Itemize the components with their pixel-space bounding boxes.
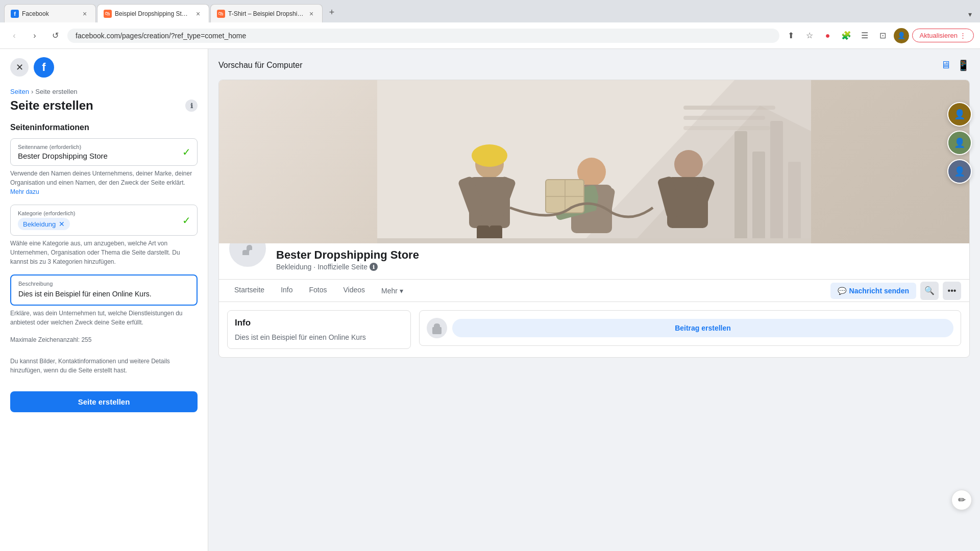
tab-dropdown-button[interactable]: ▾	[964, 8, 976, 20]
extensions-icon[interactable]: 🧩	[839, 28, 854, 43]
category-label: Kategorie (erforderlich)	[18, 210, 190, 216]
post-avatar	[427, 318, 447, 338]
side-avatar-3[interactable]: 👤	[947, 159, 972, 184]
post-area: Beitrag erstellen	[419, 310, 961, 346]
panel-header: ✕ f	[10, 57, 198, 78]
nav-tab-fotos[interactable]: Fotos	[302, 280, 334, 302]
tab-facebook[interactable]: f Facebook ×	[4, 4, 96, 22]
preview-title: Vorschau für Computer	[218, 61, 303, 70]
breadcrumb-separator: ›	[31, 88, 33, 95]
back-button[interactable]: ‹	[6, 28, 22, 44]
mehr-chevron-icon: ▾	[400, 287, 403, 295]
svg-point-24	[674, 150, 703, 179]
profile-subtitle: Bekleidung · Inoffizielle Seite ℹ	[276, 263, 961, 271]
info-card-text: Dies ist ein Beispiel für einen Online K…	[235, 333, 403, 341]
search-button[interactable]: 🔍	[920, 282, 939, 300]
category-hint: Wähle eine Kategorie aus, um anzugeben, …	[10, 239, 198, 266]
preview-header: Vorschau für Computer 🖥 📱	[218, 59, 970, 71]
page-name-field[interactable]: Seitenname (erforderlich) Bester Dropshi…	[10, 138, 198, 166]
svg-rect-28	[377, 238, 811, 243]
close-button[interactable]: ✕	[10, 58, 29, 77]
bookmark-icon[interactable]: ☆	[802, 28, 817, 43]
profile-dot: ·	[313, 263, 315, 271]
tab-store-favicon: 🛍	[104, 10, 112, 18]
address-bar[interactable]	[67, 29, 779, 43]
left-panel: ✕ f Seiten › Seite erstellen Seite erste…	[0, 49, 208, 551]
messenger-icon: 💬	[838, 287, 846, 295]
tab-facebook-close[interactable]: ×	[80, 9, 89, 18]
tab-store[interactable]: 🛍 Beispiel Dropshipping Store · ×	[97, 4, 209, 22]
page-navigation: Startseite Info Fotos Videos Mehr ▾ 💬 Na…	[219, 279, 969, 302]
page-content-left: Info Dies ist ein Beispiel für einen Onl…	[227, 310, 411, 349]
description-value: Dies ist ein Beispiel für einen Online K…	[18, 289, 189, 299]
tab-tshirt[interactable]: 🛍 T-Shirt – Beispiel Dropshippin... ×	[210, 4, 323, 22]
page-nav-tabs: Startseite Info Fotos Videos Mehr ▾	[227, 280, 410, 302]
svg-rect-6	[734, 131, 747, 243]
tab-store-title: Beispiel Dropshipping Store ·	[115, 10, 190, 17]
browser-nav-actions: ⬆ ☆ ● 🧩 ☰ ⊡ 👤 Aktualisieren ⋮	[783, 28, 974, 43]
profile-icon[interactable]: 👤	[894, 28, 909, 43]
page-name-value: Bester Dropshipping Store	[18, 152, 190, 160]
post-avatar-icon	[430, 321, 444, 335]
nav-tab-videos[interactable]: Videos	[336, 280, 373, 302]
fb-page-preview: Bester Dropshipping Store Bekleidung · I…	[218, 80, 970, 358]
category-field[interactable]: Kategorie (erforderlich) ✓ Bekleidung ✕	[10, 205, 198, 236]
category-tag: Bekleidung ✕	[18, 218, 70, 230]
cover-illustration	[219, 80, 969, 243]
tab-facebook-title: Facebook	[22, 10, 77, 17]
preview-icons: 🖥 📱	[941, 59, 970, 71]
breadcrumb-parent-link[interactable]: Seiten	[10, 88, 29, 95]
profile-info: Bester Dropshipping Store Bekleidung · I…	[276, 243, 961, 271]
page-content: Info Dies ist ein Beispiel für einen Onl…	[219, 302, 969, 357]
edit-button[interactable]: ✏	[951, 490, 972, 510]
opera-icon[interactable]: ●	[820, 28, 836, 43]
reload-button[interactable]: ↺	[47, 28, 63, 44]
description-hint: Erkläre, was dein Unternehmen tut, welch…	[10, 309, 198, 327]
tab-facebook-favicon: f	[11, 10, 19, 18]
page-info-icon[interactable]: ℹ	[185, 99, 198, 112]
unofficial-info-icon[interactable]: ℹ	[370, 263, 378, 271]
mobile-preview-icon[interactable]: 📱	[957, 59, 970, 71]
page-name-hint-link[interactable]: Mehr dazu	[10, 188, 39, 195]
breadcrumb: Seiten › Seite erstellen	[10, 88, 198, 95]
svg-rect-7	[752, 152, 765, 243]
page-title: Seite erstellen	[10, 98, 93, 113]
section-title: Seiteninformationen	[10, 123, 198, 132]
create-post-button[interactable]: Beitrag erstellen	[452, 319, 953, 337]
menu-icon[interactable]: ☰	[857, 28, 872, 43]
category-check-icon: ✓	[182, 214, 191, 227]
nav-tab-info[interactable]: Info	[274, 280, 300, 302]
category-remove-button[interactable]: ✕	[59, 220, 65, 228]
cover-photo	[219, 80, 969, 243]
svg-rect-8	[770, 121, 783, 243]
page-nav-actions: 💬 Nachricht senden 🔍 •••	[830, 282, 961, 300]
side-avatar-2-image: 👤	[948, 132, 971, 154]
more-options-button[interactable]: •••	[943, 282, 961, 300]
description-field[interactable]: Beschreibung Dies ist ein Beispiel für e…	[10, 274, 198, 306]
nav-tab-startseite[interactable]: Startseite	[227, 280, 272, 302]
nav-tab-mehr[interactable]: Mehr ▾	[374, 280, 410, 302]
side-avatar-1-image: 👤	[948, 103, 971, 126]
layout-icon[interactable]: ⊡	[875, 28, 891, 43]
update-button[interactable]: Aktualisieren ⋮	[912, 29, 974, 42]
tab-tshirt-close[interactable]: ×	[307, 9, 316, 18]
side-avatar-2[interactable]: 👤	[947, 131, 972, 155]
create-page-button[interactable]: Seite erstellen	[10, 391, 198, 412]
page-content-right: Beitrag erstellen	[419, 310, 961, 349]
add-info-hint: Du kannst Bilder, Kontaktinformationen u…	[10, 357, 198, 375]
new-tab-button[interactable]: +	[324, 4, 340, 20]
right-panel: Vorschau für Computer 🖥 📱	[208, 49, 980, 551]
page-name-hint: Verwende den Namen deines Unternehmens, …	[10, 169, 198, 196]
info-card: Info Dies ist ein Beispiel für einen Onl…	[227, 310, 411, 349]
forward-button[interactable]: ›	[27, 28, 43, 44]
browser-nav: ‹ › ↺ ⬆ ☆ ● 🧩 ☰ ⊡ 👤 Aktualisieren ⋮	[0, 22, 980, 49]
side-avatar-1[interactable]: 👤	[947, 102, 972, 127]
category-tag-label: Bekleidung	[23, 220, 56, 228]
tab-tshirt-favicon: 🛍	[217, 10, 225, 18]
share-icon[interactable]: ⬆	[783, 28, 799, 43]
facebook-logo: f	[34, 57, 54, 78]
svg-point-16	[472, 144, 507, 167]
tab-store-close[interactable]: ×	[193, 9, 203, 18]
send-message-button[interactable]: 💬 Nachricht senden	[830, 283, 916, 299]
desktop-preview-icon[interactable]: 🖥	[941, 59, 951, 71]
